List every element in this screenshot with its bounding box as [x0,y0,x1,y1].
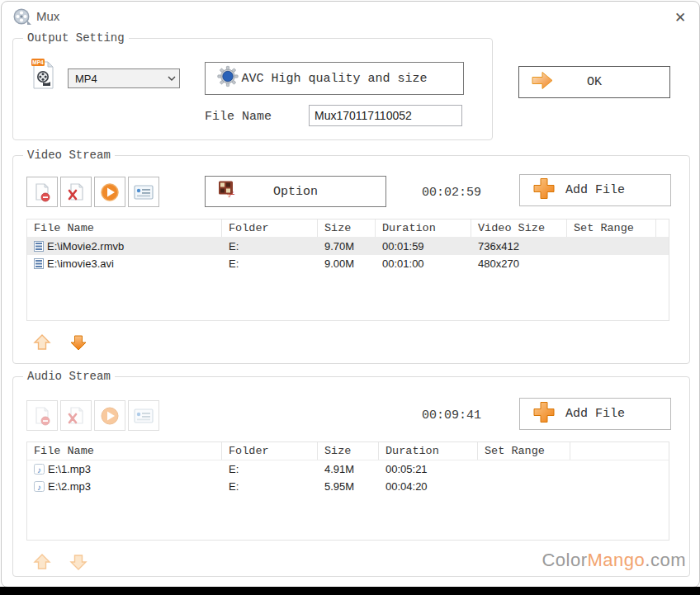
col-video-size[interactable]: Video Size [471,220,567,237]
ok-button[interactable]: OK [518,66,670,98]
video-option-button[interactable]: ✂ Option [205,176,386,207]
audio-add-file-label: Add File [565,407,625,421]
delete-file-icon [67,182,85,202]
mux-dialog-window: Mux ✕ Output Setting MP4 MP4 [1,1,700,588]
watermark-part2: Mango [588,550,646,570]
audio-add-file-button[interactable]: Add File [519,398,671,430]
gear-icon [217,66,239,92]
watermark-part3: .com [645,550,686,570]
watermark: ColorMango.com [542,550,686,571]
play-icon [100,406,120,426]
col-filler [570,442,669,460]
video-add-file-label: Add File [565,183,625,197]
col-duration[interactable]: Duration [376,220,471,237]
col-folder[interactable]: Folder [222,442,318,460]
properties-icon [134,408,154,423]
file-name-label: File Name [205,110,272,124]
video-clear-button[interactable] [60,177,92,207]
audio-move-down-button[interactable] [69,552,88,572]
video-file-table: File Name Folder Size Duration Video Siz… [26,219,669,321]
film-reel-icon [12,7,32,27]
title-bar: Mux ✕ [2,2,699,33]
ok-button-label: OK [587,75,602,89]
col-file-name[interactable]: File Name [27,442,222,460]
bottom-black-bar [0,587,700,595]
svg-text:♪: ♪ [37,465,41,475]
col-set-range[interactable]: Set Range [478,442,570,460]
svg-text:✂: ✂ [225,187,238,200]
col-size[interactable]: Size [318,442,379,460]
video-remove-file-button[interactable] [26,177,58,207]
video-move-down-button[interactable] [69,333,88,352]
audio-move-up-button[interactable] [32,552,52,572]
video-option-label: Option [273,185,318,199]
audio-clear-button[interactable] [60,400,92,431]
plus-icon [532,176,556,205]
arrow-down-icon [69,553,88,571]
col-filler [656,220,669,237]
remove-file-icon [33,406,51,426]
remove-file-icon [33,182,51,202]
play-icon [100,182,120,202]
audio-file-icon: ♪ [34,481,45,492]
table-row[interactable]: ♪ E:\2.mp3 E: 5.95M 00:04:20 [27,478,669,495]
audio-play-button[interactable] [94,400,125,431]
video-stream-label: Video Stream [23,149,115,162]
file-name-input[interactable] [309,105,462,126]
output-setting-label: Output Setting [23,31,129,45]
audio-remove-file-button[interactable] [26,400,58,431]
arrow-down-icon [69,333,88,352]
audio-total-duration: 00:09:41 [422,408,481,423]
svg-text:MP4: MP4 [32,59,44,65]
audio-stream-group: Audio Stream [12,376,690,577]
video-stream-group: Video Stream [12,155,690,364]
table-row[interactable]: E:\iMovie2.rmvb E: 9.70M 00:01:59 736x41… [27,238,669,255]
video-table-header: File Name Folder Size Duration Video Siz… [27,220,669,238]
video-add-file-button[interactable]: Add File [519,174,671,206]
col-duration[interactable]: Duration [379,442,478,460]
arrow-up-icon [33,333,51,352]
output-format-value: MP4 [69,73,164,85]
properties-icon [134,185,154,200]
ok-arrow-icon [531,69,554,95]
table-row[interactable]: ♪ E:\1.mp3 E: 4.91M 00:05:21 [27,460,669,478]
close-icon[interactable]: ✕ [671,8,689,26]
video-properties-button[interactable] [128,177,159,207]
output-format-file-icon: MP4 [31,59,54,90]
chevron-down-icon [164,69,179,87]
film-scissors-icon: ✂ [217,179,240,205]
video-file-icon [34,241,44,252]
audio-properties-button[interactable] [128,400,159,431]
output-setting-group: Output Setting MP4 MP4 [12,38,493,140]
video-play-button[interactable] [94,177,125,207]
window-title: Mux [36,9,59,23]
profile-button-label: AVC High quality and size [241,72,427,86]
delete-file-icon [67,406,85,426]
video-total-duration: 00:02:59 [422,186,481,200]
watermark-part1: Color [542,550,587,570]
col-folder[interactable]: Folder [222,220,318,237]
profile-button[interactable]: AVC High quality and size [205,62,464,95]
audio-stream-label: Audio Stream [23,370,115,383]
arrow-up-icon [33,553,51,571]
col-file-name[interactable]: File Name [27,220,222,237]
video-file-icon [34,258,44,269]
video-move-up-button[interactable] [32,333,52,352]
col-set-range[interactable]: Set Range [567,220,656,237]
audio-table-header: File Name Folder Size Duration Set Range [27,442,669,460]
col-size[interactable]: Size [318,220,376,237]
svg-text:♪: ♪ [37,483,41,492]
plus-icon [532,399,556,428]
table-row[interactable]: E:\imovie3.avi E: 9.00M 00:01:00 480x270 [27,255,669,272]
audio-file-table: File Name Folder Size Duration Set Range… [26,442,669,541]
output-format-select[interactable]: MP4 [68,68,180,88]
audio-file-icon: ♪ [34,464,45,475]
